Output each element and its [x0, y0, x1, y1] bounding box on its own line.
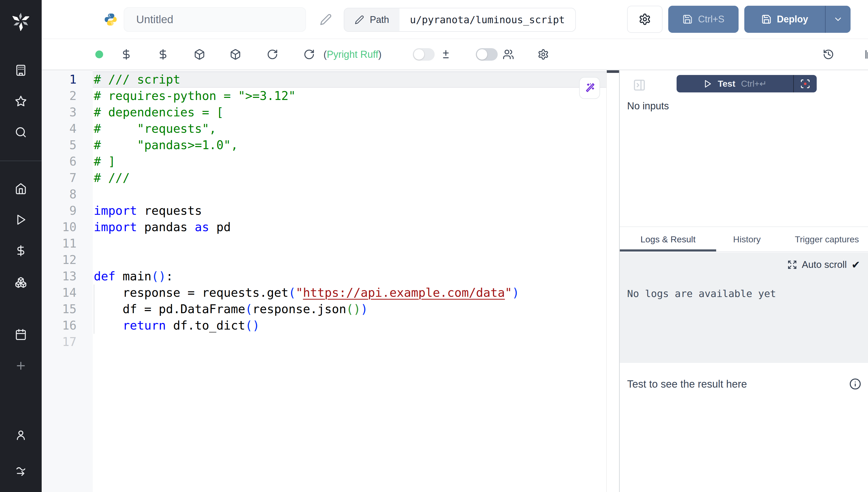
sidebar-item-runs[interactable]	[13, 212, 29, 228]
editor-toolbar: (Pyright Ruff)	[42, 39, 868, 70]
wave-arrow-icon	[15, 465, 27, 477]
python-language-icon	[104, 13, 118, 27]
save-button[interactable]: Ctrl+S	[668, 6, 739, 33]
code-line[interactable]: 9import requests	[42, 202, 606, 219]
sidebar-item-search[interactable]	[13, 124, 29, 141]
tab-trigger-captures[interactable]: Trigger captures	[778, 227, 868, 251]
line-number: 4	[42, 121, 93, 137]
code-line[interactable]: 14 response = requests.get("https://api.…	[42, 285, 606, 301]
refresh-button-2[interactable]	[302, 47, 316, 62]
package-button[interactable]	[192, 47, 207, 62]
code-line[interactable]: 2# requires-python = ">=3.12"	[42, 88, 606, 104]
deploy-label: Deploy	[777, 14, 808, 25]
collaborators-button[interactable]	[501, 47, 516, 62]
building-icon	[15, 64, 27, 76]
code-line[interactable]: 3# dependencies = [	[42, 104, 606, 121]
path-label: Path	[370, 14, 389, 25]
edit-title-pencil-icon[interactable]	[320, 14, 332, 25]
sidebar-item-add[interactable]	[13, 358, 29, 374]
path-label-segment: Path	[344, 8, 400, 31]
capture-button[interactable]	[794, 75, 817, 92]
users-icon	[503, 49, 514, 60]
diff-icon-button[interactable]	[438, 47, 453, 62]
history-button[interactable]	[821, 47, 836, 62]
sidebar-item-schedules[interactable]	[13, 326, 29, 343]
code-content: # requires-python = ">=3.12"	[93, 88, 606, 104]
code-editor[interactable]: 1# /// script2# requires-python = ">=3.1…	[42, 70, 619, 492]
sidebar-item-resources[interactable]	[13, 274, 29, 291]
save-shortcut-label: Ctrl+S	[698, 14, 724, 25]
sidebar-item-favorites[interactable]	[13, 93, 29, 109]
star-icon	[15, 95, 27, 107]
variables-button[interactable]	[119, 47, 134, 62]
sidebar-item-dev-sync[interactable]	[13, 463, 29, 479]
code-line[interactable]: 5# "pandas>=1.0",	[42, 137, 606, 153]
code-line[interactable]: 7# ///	[42, 170, 606, 186]
lint-name: Pyright Ruff	[327, 49, 379, 59]
path-widget[interactable]: Path u/pyranota/luminous_script	[344, 8, 576, 32]
focus-capture-icon	[800, 79, 811, 89]
panel-collapse-icon[interactable]	[633, 79, 646, 92]
toggle-knob	[414, 49, 424, 59]
status-dot	[95, 50, 103, 58]
line-number: 11	[42, 235, 93, 252]
ai-assistant-button[interactable]	[579, 77, 600, 99]
gear-icon	[537, 49, 549, 60]
boxes-icon	[15, 276, 27, 289]
library-button[interactable]	[863, 47, 868, 62]
content-area: 1# /// script2# requires-python = ">=3.1…	[42, 70, 868, 492]
deploy-options-button[interactable]	[825, 6, 850, 33]
code-line[interactable]: 1# /// script	[42, 71, 606, 88]
path-value: u/pyranota/luminous_script	[400, 8, 575, 31]
checkmark-icon: ✔	[851, 259, 860, 271]
auto-scroll-control[interactable]: Auto scroll ✔	[787, 259, 860, 271]
script-title: Untitled	[136, 13, 173, 26]
script-title-field[interactable]: Untitled	[124, 7, 306, 32]
code-line[interactable]: 17	[42, 334, 606, 350]
tab-logs-result[interactable]: Logs & Result	[620, 227, 716, 251]
code-line[interactable]: 6# ]	[42, 153, 606, 170]
line-number: 14	[42, 285, 93, 301]
code-line[interactable]: 16 return df.to_dict()	[42, 317, 606, 334]
settings-button[interactable]	[627, 6, 662, 33]
tab-label: Logs & Result	[641, 234, 696, 244]
package-icon	[194, 49, 205, 60]
code-line[interactable]: 15 df = pd.DataFrame(response.json())	[42, 301, 606, 317]
info-icon[interactable]	[849, 378, 861, 390]
line-number: 12	[42, 252, 93, 268]
sidebar-item-user[interactable]	[13, 427, 29, 443]
sidebar-item-home[interactable]	[13, 180, 29, 197]
sidebar-item-variables[interactable]	[13, 242, 29, 259]
code-line[interactable]: 12	[42, 252, 606, 268]
code-line[interactable]: 13def main():	[42, 268, 606, 285]
collab-mode-toggle[interactable]	[476, 48, 498, 60]
code-line[interactable]: 8	[42, 186, 606, 202]
tab-label: History	[733, 234, 761, 244]
lint-close-paren: )	[379, 49, 382, 59]
code-line[interactable]: 11	[42, 235, 606, 252]
lint-status: (Pyright Ruff)	[323, 49, 382, 60]
dollar-icon	[121, 49, 132, 60]
line-number: 6	[42, 153, 93, 170]
diff-mode-toggle[interactable]	[413, 48, 435, 60]
code-lines[interactable]: 1# /// script2# requires-python = ">=3.1…	[42, 70, 606, 350]
code-content: # "pandas>=1.0",	[93, 137, 606, 153]
windmill-logo[interactable]	[13, 13, 29, 29]
package-icon	[230, 49, 241, 60]
top-actions: Ctrl+S Deploy	[627, 6, 850, 33]
editor-settings-button[interactable]	[536, 47, 551, 62]
deploy-button[interactable]: Deploy	[744, 6, 825, 33]
code-content: # "requests",	[93, 121, 606, 137]
tab-history[interactable]: History	[716, 227, 778, 251]
code-line[interactable]: 10import pandas as pd	[42, 219, 606, 235]
dollar-icon	[157, 49, 169, 60]
result-tabs: Logs & Result History Trigger captures	[620, 227, 868, 252]
package-button-2[interactable]	[228, 47, 243, 62]
secrets-button[interactable]	[156, 47, 170, 62]
play-icon	[15, 214, 27, 226]
minimap-scrollbar[interactable]	[606, 70, 619, 492]
sidebar-item-workspace[interactable]	[13, 62, 29, 79]
test-button[interactable]: Test Ctrl+↵	[677, 75, 793, 92]
code-line[interactable]: 4# "requests",	[42, 121, 606, 137]
refresh-button[interactable]	[265, 47, 280, 62]
